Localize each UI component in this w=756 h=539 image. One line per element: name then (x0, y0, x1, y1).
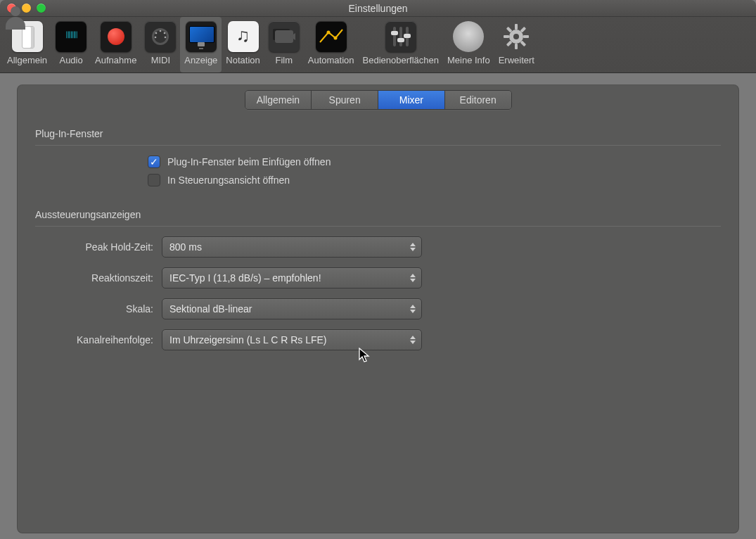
automation-curve-icon (316, 21, 347, 52)
select-peak-hold-time[interactable]: 800 ms (162, 236, 422, 258)
toolbar-item-anzeige[interactable]: Anzeige (180, 17, 222, 72)
toolbar-item-label: Anzeige (184, 55, 217, 65)
record-icon (101, 21, 132, 52)
svg-point-6 (165, 37, 167, 39)
section-heading-level-meters: Aussteuerungsanzeigen (35, 205, 721, 227)
svg-point-8 (333, 37, 337, 40)
label-kanalreihenfolge: Kanalreihenfolge: (35, 334, 162, 345)
subtab-segmented-control: Allgemein Spuren Mixer Editoren (245, 90, 512, 110)
select-value: IEC-Typ I (11,8 dB/s) – empfohlen! (169, 272, 321, 284)
svg-point-3 (155, 32, 158, 34)
select-value: Sektional dB-linear (169, 303, 252, 315)
toolbar-item-label: Meine Info (447, 55, 490, 65)
svg-rect-14 (523, 35, 529, 38)
toolbar-item-automation[interactable]: Automation (304, 17, 359, 72)
display-monitor-icon (186, 21, 217, 52)
label-reaktionszeit: Reaktionszeit: (35, 272, 162, 284)
svg-rect-12 (515, 44, 518, 49)
stepper-arrows-icon (410, 305, 416, 313)
toolbar-item-label: Aufnahme (95, 55, 136, 65)
checkbox-open-in-controls-view[interactable] (148, 174, 160, 186)
toolbar-item-label: Automation (308, 55, 354, 65)
select-skala[interactable]: Sektional dB-linear (162, 298, 422, 319)
toolbar-item-bedienoberflaechen[interactable]: Bedienoberflächen (359, 17, 443, 72)
label-skala: Skala: (35, 303, 162, 315)
toolbar-item-erweitert[interactable]: Erweitert (494, 17, 539, 72)
toolbar-item-film[interactable]: Film (264, 17, 304, 72)
preferences-toolbar: Allgemein Audio Aufnahme MIDI Anzeige No… (0, 17, 756, 73)
video-camera-icon (269, 21, 300, 52)
section-heading-plugin-window: Plug-In-Fenster (35, 124, 721, 146)
checkbox-open-on-insert[interactable]: ✓ (148, 156, 160, 168)
stepper-arrows-icon (410, 274, 416, 282)
toolbar-item-label: Notation (226, 55, 260, 65)
gear-icon (501, 21, 532, 52)
svg-point-2 (160, 30, 162, 32)
svg-point-4 (164, 32, 166, 34)
titlebar: Einstellungen (0, 0, 756, 17)
select-kanalreihenfolge[interactable]: Im Uhrzeigersinn (Ls L C R Rs LFE) (162, 329, 422, 350)
stepper-arrows-icon (410, 243, 416, 251)
toolbar-item-label: Audio (59, 55, 82, 65)
svg-point-7 (326, 31, 330, 34)
label-peak-hold-time: Peak Hold-Zeit: (35, 241, 162, 253)
checkbox-label: In Steuerungsansicht öffnen (167, 175, 290, 186)
select-reaktionszeit[interactable]: IEC-Typ I (11,8 dB/s) – empfohlen! (162, 267, 422, 288)
toolbar-item-notation[interactable]: Notation (222, 17, 264, 72)
toolbar-item-audio[interactable]: Audio (51, 17, 91, 72)
svg-point-5 (155, 37, 157, 39)
control-surfaces-icon (385, 21, 416, 52)
waveform-icon (56, 21, 87, 52)
checkbox-label: Plug-In-Fenster beim Einfügen öffnen (167, 156, 331, 167)
svg-point-10 (513, 34, 519, 39)
svg-rect-11 (515, 24, 518, 30)
subtab-mixer[interactable]: Mixer (378, 91, 445, 109)
subtab-editoren[interactable]: Editoren (445, 91, 511, 109)
window-title: Einstellungen (0, 0, 756, 17)
toolbar-item-label: Bedienoberflächen (363, 55, 439, 65)
toolbar-item-aufnahme[interactable]: Aufnahme (91, 17, 141, 72)
toolbar-item-label: Allgemein (7, 55, 47, 65)
subtab-spuren[interactable]: Spuren (312, 91, 378, 109)
user-profile-icon (453, 21, 484, 52)
select-value: 800 ms (169, 241, 202, 253)
select-value: Im Uhrzeigersinn (Ls L C R Rs LFE) (169, 334, 327, 345)
stepper-arrows-icon (410, 336, 416, 344)
toolbar-item-meine-info[interactable]: Meine Info (443, 17, 494, 72)
toolbar-item-midi[interactable]: MIDI (141, 17, 180, 72)
preferences-panel: Allgemein Spuren Mixer Editoren Plug-In-… (17, 84, 739, 533)
toolbar-item-label: MIDI (151, 55, 170, 65)
toolbar-item-label: Film (275, 55, 293, 65)
subtab-allgemein[interactable]: Allgemein (245, 91, 312, 109)
midi-connector-icon (145, 21, 176, 52)
svg-rect-13 (504, 35, 509, 38)
music-note-icon (228, 21, 259, 52)
toolbar-item-label: Erweitert (499, 55, 534, 65)
